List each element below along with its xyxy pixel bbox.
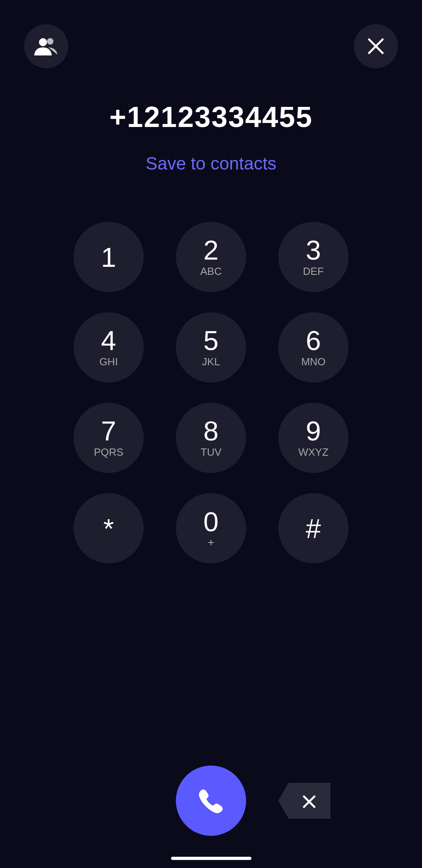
contacts-icon: [34, 36, 58, 56]
phone-number-display: +12123334455: [109, 100, 313, 133]
call-button[interactable]: [176, 766, 246, 836]
svg-point-1: [47, 38, 53, 45]
dial-button-star[interactable]: *: [73, 493, 144, 563]
close-button[interactable]: [354, 24, 398, 68]
save-to-contacts-button[interactable]: Save to contacts: [146, 154, 276, 174]
top-bar: [0, 0, 422, 76]
dial-button-4[interactable]: 4 GHI: [73, 312, 144, 383]
dial-button-9[interactable]: 9 WXYZ: [278, 403, 349, 473]
home-indicator: [171, 857, 251, 860]
dial-button-3[interactable]: 3 DEF: [278, 222, 349, 292]
dial-button-hash[interactable]: #: [278, 493, 349, 563]
dial-button-1[interactable]: 1: [73, 222, 144, 292]
bottom-bar: [0, 766, 422, 836]
dial-button-2[interactable]: 2 ABC: [176, 222, 246, 292]
delete-button[interactable]: [278, 783, 330, 819]
contacts-button[interactable]: [24, 24, 68, 68]
dial-button-5[interactable]: 5 JKL: [176, 312, 246, 383]
dial-button-0[interactable]: 0 +: [176, 493, 246, 563]
phone-icon: [195, 785, 227, 817]
dial-button-6[interactable]: 6 MNO: [278, 312, 349, 383]
dialpad: 1 2 ABC 3 DEF 4 GHI 5 JKL 6 MNO 7 PQRS 8…: [73, 222, 349, 563]
svg-point-0: [39, 38, 47, 46]
dial-button-8[interactable]: 8 TUV: [176, 403, 246, 473]
dial-button-7[interactable]: 7 PQRS: [73, 403, 144, 473]
close-icon: [366, 36, 386, 56]
delete-icon: [298, 792, 320, 810]
delete-shape: [278, 783, 330, 819]
